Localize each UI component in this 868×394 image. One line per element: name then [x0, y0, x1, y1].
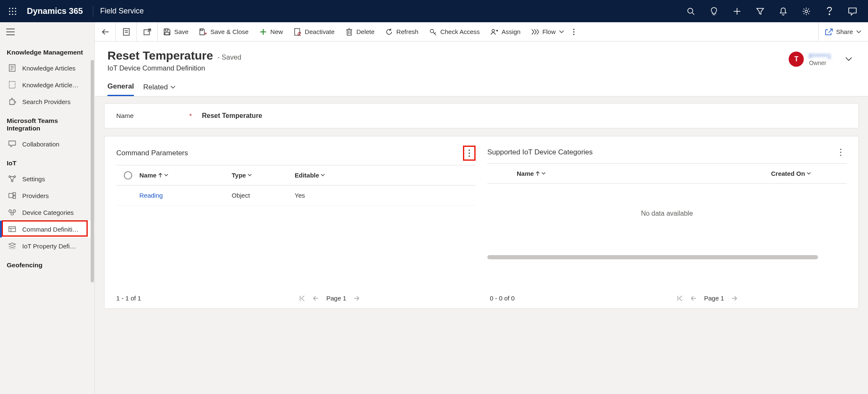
delete-button[interactable]: Delete	[340, 28, 380, 36]
svg-point-3	[9, 10, 10, 12]
first-page-icon[interactable]	[677, 295, 683, 301]
entity-name: IoT Device Command Definition	[107, 64, 789, 72]
col-header-created-on[interactable]: Created On	[771, 170, 847, 177]
new-button[interactable]: New	[254, 28, 288, 36]
sidebar: Knowledge Management Knowledge Articles …	[0, 22, 95, 394]
search-icon[interactable]	[679, 3, 702, 20]
owner-name-link[interactable]: F******1	[809, 52, 831, 60]
svg-rect-33	[9, 227, 16, 232]
prev-page-icon[interactable]	[690, 296, 696, 301]
col-header-type[interactable]: Type	[232, 172, 295, 179]
gear-icon[interactable]	[795, 3, 818, 20]
key-search-icon	[429, 28, 437, 36]
cell-editable: Yes	[295, 192, 353, 199]
chat-icon	[7, 139, 17, 149]
app-name[interactable]: Field Service	[100, 7, 144, 16]
assign-button[interactable]: Assign	[485, 28, 526, 36]
refresh-icon	[385, 28, 393, 36]
sidebar-item-command-definitions[interactable]: Command Definiti…	[0, 221, 94, 237]
col-header-name[interactable]: Name	[139, 172, 232, 179]
bell-icon[interactable]	[771, 3, 795, 20]
next-page-icon[interactable]	[732, 296, 737, 301]
svg-point-56	[573, 31, 574, 32]
svg-point-59	[468, 152, 470, 154]
svg-point-7	[12, 13, 13, 15]
chevron-down-icon	[559, 30, 564, 34]
deactivate-icon	[294, 28, 301, 36]
svg-rect-27	[9, 193, 13, 198]
svg-point-8	[15, 13, 16, 15]
cmd-label: Save & Close	[210, 28, 248, 35]
open-new-window-icon[interactable]	[137, 22, 158, 41]
sidebar-item-label: Device Categories	[22, 209, 74, 216]
app-launcher-icon[interactable]	[4, 3, 21, 20]
sort-asc-icon	[158, 173, 162, 178]
svg-point-62	[840, 151, 841, 153]
next-page-icon[interactable]	[354, 296, 360, 301]
cmd-label: Deactivate	[305, 28, 335, 35]
cmd-label: Assign	[502, 28, 520, 35]
flow-button[interactable]: Flow	[526, 28, 570, 36]
deactivate-button[interactable]: Deactivate	[288, 28, 340, 36]
assign-icon	[491, 28, 498, 36]
first-page-icon[interactable]	[299, 295, 305, 301]
help-icon[interactable]	[818, 3, 841, 20]
tab-general[interactable]: General	[107, 82, 134, 96]
stack-icon	[7, 241, 17, 251]
sidebar-item-knowledge-article-templates[interactable]: Knowledge Article…	[0, 76, 94, 93]
nodes-icon	[7, 174, 17, 184]
save-close-button[interactable]: Save & Close	[194, 28, 254, 36]
sidebar-item-knowledge-articles[interactable]: Knowledge Articles	[0, 60, 94, 76]
select-all-radio[interactable]	[116, 171, 139, 180]
svg-line-10	[692, 13, 694, 15]
field-value-name[interactable]: Reset Temperature	[196, 112, 262, 120]
chevron-down-icon	[248, 174, 252, 177]
cmd-label: Save	[174, 28, 188, 35]
cmd-label: Check Access	[440, 28, 480, 35]
check-access-button[interactable]: Check Access	[424, 28, 485, 36]
filter-icon[interactable]	[748, 3, 771, 20]
sidebar-item-device-categories[interactable]: Device Categories	[0, 204, 94, 221]
svg-point-60	[468, 155, 470, 157]
sidebar-item-label: Knowledge Articles	[22, 65, 76, 72]
save-button[interactable]: Save	[158, 28, 194, 36]
sidebar-item-iot-settings[interactable]: Settings	[0, 170, 94, 187]
sidebar-item-iot-providers[interactable]: Providers	[0, 187, 94, 204]
sidebar-item-search-providers[interactable]: Search Providers	[0, 93, 94, 110]
table-row[interactable]: Reading Object Yes	[116, 185, 476, 206]
panel-more-button[interactable]	[835, 146, 847, 159]
plus-icon	[259, 28, 267, 36]
svg-point-54	[492, 29, 494, 32]
svg-point-30	[9, 210, 11, 212]
add-icon[interactable]	[725, 3, 748, 20]
prev-page-icon[interactable]	[313, 296, 319, 301]
tab-related[interactable]: Related	[143, 82, 175, 96]
owner-avatar[interactable]: T	[789, 52, 804, 67]
panel-more-button[interactable]	[463, 146, 476, 161]
menu-toggle-icon[interactable]	[0, 22, 94, 42]
horizontal-scrollbar[interactable]	[487, 255, 818, 259]
sidebar-item-label: Settings	[22, 175, 45, 183]
form-icon	[7, 224, 17, 234]
sidebar-group-title: Knowledge Management	[0, 42, 94, 60]
chat-icon[interactable]	[841, 3, 864, 20]
overflow-menu[interactable]	[570, 29, 578, 35]
back-button[interactable]	[95, 22, 116, 41]
panel-title: Supported IoT Device Categories	[487, 148, 835, 157]
refresh-button[interactable]: Refresh	[380, 28, 424, 36]
share-button[interactable]: Share	[818, 22, 868, 41]
row-name-link[interactable]: Reading	[139, 192, 163, 199]
cmd-label: New	[270, 28, 283, 35]
sidebar-group-title: Geofencing	[0, 254, 94, 272]
lightbulb-icon[interactable]	[702, 3, 725, 20]
scrollbar[interactable]	[91, 60, 94, 282]
sidebar-item-collaboration[interactable]: Collaboration	[0, 136, 94, 152]
svg-point-57	[573, 34, 574, 35]
header-expand-button[interactable]	[842, 52, 855, 66]
svg-point-53	[430, 29, 434, 33]
col-header-editable[interactable]: Editable	[295, 172, 353, 179]
task-view-icon[interactable]	[116, 22, 137, 41]
col-header-name[interactable]: Name	[517, 170, 771, 177]
sidebar-item-iot-property-definitions[interactable]: IoT Property Defi…	[0, 237, 94, 254]
sidebar-item-label: Knowledge Article…	[22, 81, 78, 89]
